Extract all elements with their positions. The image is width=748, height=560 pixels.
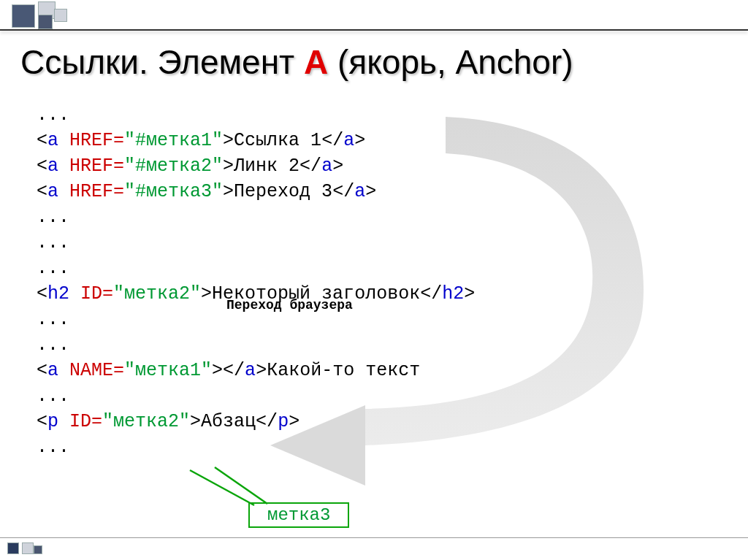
title-highlight-a: A <box>304 43 328 81</box>
title-part-1: Ссылки. Элемент <box>20 43 304 81</box>
attr-id: ID= <box>69 283 113 304</box>
val-name: "метка1" <box>124 360 212 381</box>
divider <box>0 29 748 31</box>
header-decoration <box>0 0 748 29</box>
tag-h2: h2 <box>47 283 69 304</box>
val-href: "#метка1" <box>124 130 223 151</box>
tag-a: a <box>47 360 58 381</box>
ellipsis: ... <box>37 334 69 356</box>
tag-p: p <box>47 411 58 432</box>
code-block: ... <a HREF="#метка1">Ссылка 1</a> <a HR… <box>37 102 475 460</box>
tag-a: a <box>47 156 58 177</box>
attr-href: HREF= <box>58 130 124 151</box>
deco-square <box>22 542 34 554</box>
val-id: "метка2" <box>113 283 201 304</box>
svg-line-0 <box>190 470 254 505</box>
val-id: "метка2" <box>102 411 190 432</box>
title-part-3: (якорь, Anchor) <box>328 43 573 81</box>
tag-a: a <box>47 181 58 202</box>
val-href: "#метка2" <box>124 156 223 177</box>
label-box-text: метка3 <box>267 505 330 525</box>
ellipsis: ... <box>37 104 69 126</box>
ellipsis: ... <box>37 437 69 458</box>
ellipsis: ... <box>37 258 69 279</box>
deco-square <box>38 15 53 29</box>
val-href: "#метка3" <box>124 181 223 202</box>
attr-href: HREF= <box>58 156 124 177</box>
ellipsis: ... <box>37 232 69 253</box>
deco-square <box>34 545 42 554</box>
ellipsis: ... <box>37 386 69 407</box>
tag-a: a <box>47 130 58 151</box>
deco-square <box>54 9 67 22</box>
link-text: Ссылка 1 <box>234 130 321 151</box>
label-box: метка3 <box>248 502 349 528</box>
attr-href: HREF= <box>58 181 124 202</box>
para-text: Абзац <box>201 411 256 432</box>
ellipsis: ... <box>37 309 69 330</box>
browser-transition-label: Переход браузера <box>226 298 353 312</box>
body-text: Какой-то текст <box>267 360 420 381</box>
deco-square <box>7 542 19 554</box>
svg-line-1 <box>215 467 267 504</box>
ellipsis: ... <box>37 207 69 228</box>
slide: Ссылки. Элемент A (якорь, Anchor) ... <a… <box>0 0 748 560</box>
slide-title: Ссылки. Элемент A (якорь, Anchor) <box>20 42 573 82</box>
deco-square <box>12 4 35 28</box>
link-text: Линк 2 <box>234 156 299 177</box>
link-text: Переход 3 <box>234 181 332 202</box>
attr-id: ID= <box>58 411 102 432</box>
attr-name: NAME= <box>58 360 124 381</box>
footer-decoration <box>0 537 748 557</box>
